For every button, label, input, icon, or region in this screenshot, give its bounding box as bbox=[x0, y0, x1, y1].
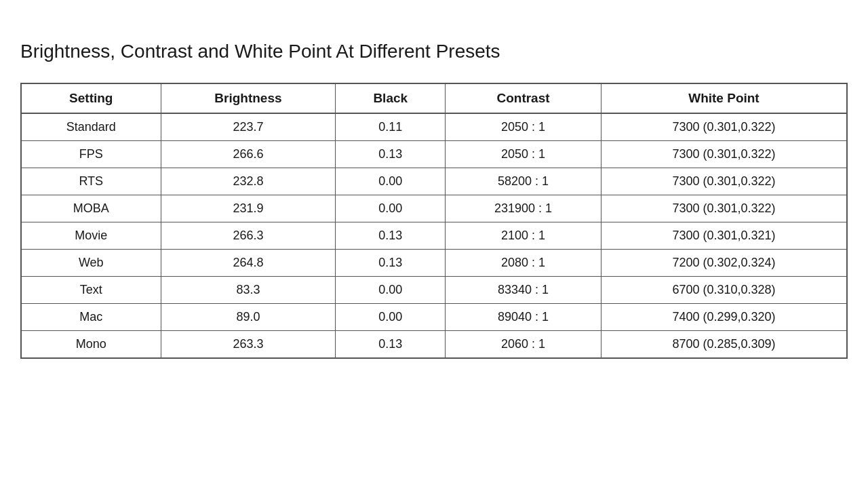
table-cell-2-3: 58200 : 1 bbox=[446, 168, 601, 195]
table-cell-7-2: 0.00 bbox=[336, 304, 446, 331]
table-cell-3-0: MOBA bbox=[22, 195, 161, 222]
table-cell-6-0: Text bbox=[22, 277, 161, 304]
table-header-cell-4: White Point bbox=[601, 84, 846, 113]
table-cell-8-4: 8700 (0.285,0.309) bbox=[601, 331, 846, 358]
table-cell-2-2: 0.00 bbox=[336, 168, 446, 195]
table-cell-3-4: 7300 (0.301,0.322) bbox=[601, 195, 846, 222]
table-cell-0-0: Standard bbox=[22, 113, 161, 141]
table-header: SettingBrightnessBlackContrastWhite Poin… bbox=[22, 84, 846, 113]
table-cell-1-1: 266.6 bbox=[161, 141, 336, 168]
table-row: Movie266.30.132100 : 17300 (0.301,0.321) bbox=[22, 222, 846, 250]
table-cell-4-2: 0.13 bbox=[336, 222, 446, 250]
table-header-cell-0: Setting bbox=[22, 84, 161, 113]
table-cell-8-1: 263.3 bbox=[161, 331, 336, 358]
table-cell-2-0: RTS bbox=[22, 168, 161, 195]
table-cell-8-3: 2060 : 1 bbox=[446, 331, 601, 358]
table-cell-1-3: 2050 : 1 bbox=[446, 141, 601, 168]
table-cell-4-1: 266.3 bbox=[161, 222, 336, 250]
table-cell-6-1: 83.3 bbox=[161, 277, 336, 304]
table-cell-5-4: 7200 (0.302,0.324) bbox=[601, 250, 846, 277]
table-row: MOBA231.90.00231900 : 17300 (0.301,0.322… bbox=[22, 195, 846, 222]
table-header-cell-3: Contrast bbox=[446, 84, 601, 113]
table-row: Standard223.70.112050 : 17300 (0.301,0.3… bbox=[22, 113, 846, 141]
table-header-cell-1: Brightness bbox=[161, 84, 336, 113]
table-cell-4-3: 2100 : 1 bbox=[446, 222, 601, 250]
data-table-container: SettingBrightnessBlackContrastWhite Poin… bbox=[20, 83, 848, 359]
table-row: Mono263.30.132060 : 18700 (0.285,0.309) bbox=[22, 331, 846, 358]
table-cell-3-2: 0.00 bbox=[336, 195, 446, 222]
table-header-row: SettingBrightnessBlackContrastWhite Poin… bbox=[22, 84, 846, 113]
table-row: RTS232.80.0058200 : 17300 (0.301,0.322) bbox=[22, 168, 846, 195]
table-cell-8-2: 0.13 bbox=[336, 331, 446, 358]
table-cell-7-0: Mac bbox=[22, 304, 161, 331]
table-cell-6-3: 83340 : 1 bbox=[446, 277, 601, 304]
table-row: Web264.80.132080 : 17200 (0.302,0.324) bbox=[22, 250, 846, 277]
table-cell-0-3: 2050 : 1 bbox=[446, 113, 601, 141]
table-cell-2-1: 232.8 bbox=[161, 168, 336, 195]
table-row: FPS266.60.132050 : 17300 (0.301,0.322) bbox=[22, 141, 846, 168]
table-cell-0-2: 0.11 bbox=[336, 113, 446, 141]
table-cell-0-1: 223.7 bbox=[161, 113, 336, 141]
table-row: Text83.30.0083340 : 16700 (0.310,0.328) bbox=[22, 277, 846, 304]
table-cell-7-3: 89040 : 1 bbox=[446, 304, 601, 331]
table-cell-8-0: Mono bbox=[22, 331, 161, 358]
table-cell-1-4: 7300 (0.301,0.322) bbox=[601, 141, 846, 168]
table-cell-7-1: 89.0 bbox=[161, 304, 336, 331]
table-cell-7-4: 7400 (0.299,0.320) bbox=[601, 304, 846, 331]
table-cell-3-1: 231.9 bbox=[161, 195, 336, 222]
table-cell-5-1: 264.8 bbox=[161, 250, 336, 277]
table-cell-4-4: 7300 (0.301,0.321) bbox=[601, 222, 846, 250]
table-cell-4-0: Movie bbox=[22, 222, 161, 250]
table-cell-6-2: 0.00 bbox=[336, 277, 446, 304]
table-cell-1-0: FPS bbox=[22, 141, 161, 168]
page-title: Brightness, Contrast and White Point At … bbox=[20, 41, 500, 62]
table-header-cell-2: Black bbox=[336, 84, 446, 113]
table-cell-5-2: 0.13 bbox=[336, 250, 446, 277]
data-table: SettingBrightnessBlackContrastWhite Poin… bbox=[22, 84, 846, 357]
table-cell-2-4: 7300 (0.301,0.322) bbox=[601, 168, 846, 195]
table-cell-6-4: 6700 (0.310,0.328) bbox=[601, 277, 846, 304]
table-cell-1-2: 0.13 bbox=[336, 141, 446, 168]
table-body: Standard223.70.112050 : 17300 (0.301,0.3… bbox=[22, 113, 846, 357]
table-cell-5-0: Web bbox=[22, 250, 161, 277]
table-cell-3-3: 231900 : 1 bbox=[446, 195, 601, 222]
table-cell-5-3: 2080 : 1 bbox=[446, 250, 601, 277]
table-cell-0-4: 7300 (0.301,0.322) bbox=[601, 113, 846, 141]
table-row: Mac89.00.0089040 : 17400 (0.299,0.320) bbox=[22, 304, 846, 331]
